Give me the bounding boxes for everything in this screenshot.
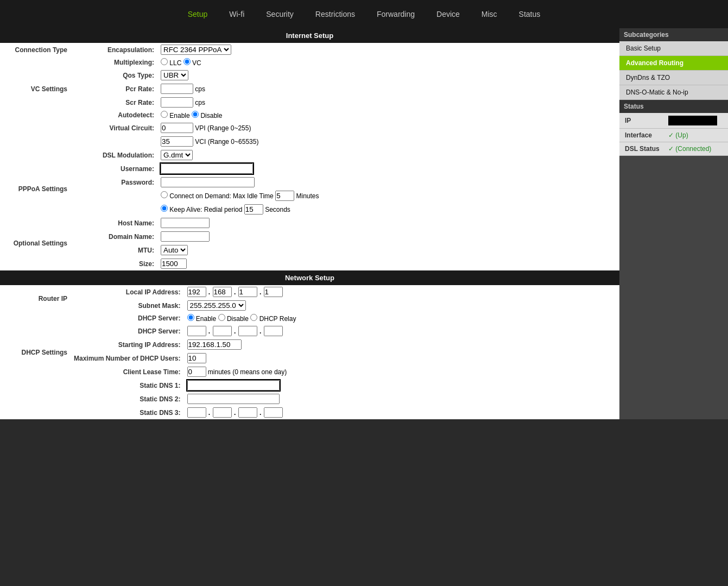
- starting-ip-field: 192.168.1.50: [184, 338, 620, 351]
- dhcp-ip1[interactable]: [187, 326, 206, 336]
- nav-misc[interactable]: Misc: [471, 1, 508, 27]
- qos-select[interactable]: UBR: [161, 70, 188, 80]
- nav-security[interactable]: Security: [255, 1, 305, 27]
- static-dns2-input[interactable]: [187, 394, 280, 404]
- local-ip3[interactable]: 1: [238, 287, 257, 297]
- dns3-ip2[interactable]: [213, 407, 232, 418]
- keep-alive-field: Keep Alive: Redial period 15 Seconds: [157, 203, 619, 216]
- dsl-mod-row: DSL Modulation: G.dmt: [0, 148, 619, 162]
- static-dns1-input[interactable]: [187, 380, 280, 390]
- vci-input[interactable]: 35: [161, 136, 193, 147]
- dns3-ip1[interactable]: [187, 407, 206, 418]
- host-name-field: [157, 216, 619, 230]
- vc-radio[interactable]: [183, 58, 191, 65]
- local-ip4[interactable]: 1: [264, 287, 283, 297]
- domain-name-input[interactable]: [161, 231, 210, 242]
- username-input[interactable]: [161, 163, 253, 174]
- nav-forwarding[interactable]: Forwarding: [366, 1, 426, 27]
- connect-demand-radio[interactable]: [161, 191, 168, 198]
- disable-radio[interactable]: [192, 111, 199, 118]
- llc-label: LLC: [169, 59, 181, 67]
- dhcp-enable-row: DHCP Settings DHCP Server: Enable Disabl…: [0, 312, 619, 324]
- dsl-mod-select[interactable]: G.dmt: [161, 150, 193, 160]
- keep-alive-row: Keep Alive: Redial period 15 Seconds: [0, 203, 619, 216]
- multiplexing-field: LLC VC: [157, 56, 619, 68]
- enable-radio[interactable]: [161, 111, 168, 118]
- status-ip-label: IP: [625, 117, 668, 124]
- sidebar-item-basic-setup[interactable]: Basic Setup: [619, 41, 728, 56]
- internet-setup-header: Internet Setup: [0, 28, 619, 43]
- dsl-mod-label: DSL Modulation:: [71, 148, 157, 162]
- password-input[interactable]: [161, 177, 255, 187]
- llc-radio[interactable]: [161, 58, 168, 65]
- local-ip-field: 192 . 168 . 1 . 1: [184, 285, 620, 299]
- local-ip2[interactable]: 168: [213, 287, 232, 297]
- redial-period-input[interactable]: 15: [244, 204, 263, 215]
- client-lease-label: Client Lease Time:: [71, 365, 184, 379]
- dhcp-disable-radio[interactable]: [218, 314, 225, 321]
- mtu-row: MTU: Auto: [0, 243, 619, 257]
- host-name-label: Host Name:: [71, 216, 157, 230]
- scr-input[interactable]: [161, 97, 193, 108]
- client-lease-input[interactable]: 0: [187, 367, 206, 377]
- optional-settings-label: Optional Settings: [0, 216, 71, 270]
- client-lease-row: Client Lease Time: 0 minutes (0 means on…: [0, 365, 619, 379]
- max-idle-input[interactable]: 5: [275, 191, 294, 201]
- dns3-ip3[interactable]: [238, 407, 257, 418]
- max-dhcp-input[interactable]: 10: [187, 353, 206, 363]
- static-dns2-row: Static DNS 2:: [0, 392, 619, 406]
- sidebar-item-dns-o-matic[interactable]: DNS-O-Matic & No-ip: [619, 85, 728, 100]
- subnet-select[interactable]: 255.255.255.0: [187, 300, 246, 311]
- sidebar-item-advanced-routing[interactable]: Advanced Routing: [619, 56, 728, 71]
- connection-type-label: Connection Type: [0, 43, 71, 56]
- scr-field: cps: [157, 96, 619, 109]
- dhcp-server-label1: DHCP Server:: [71, 312, 184, 324]
- nav-wifi[interactable]: Wi-fi: [218, 1, 255, 27]
- password-row: Password:: [0, 175, 619, 189]
- disable-label: Disable: [200, 112, 222, 119]
- dhcp-server-field: . . .: [184, 324, 620, 338]
- scr-row: Scr Rate: cps: [0, 96, 619, 109]
- pcr-unit: cps: [195, 85, 205, 93]
- nav-status[interactable]: Status: [508, 1, 552, 27]
- vpi-input[interactable]: 0: [161, 123, 193, 133]
- main-wrapper: Internet Setup Connection Type Encapsula…: [0, 28, 728, 419]
- connect-demand-row: Connect on Demand: Max Idle Time 5 Minut…: [0, 189, 619, 203]
- local-ip1[interactable]: 192: [187, 287, 206, 297]
- static-dns1-row: Static DNS 1:: [0, 379, 619, 392]
- encapsulation-select[interactable]: RFC 2364 PPPoA: [161, 45, 231, 55]
- client-lease-note: minutes (0 means one day): [208, 368, 287, 376]
- pcr-input[interactable]: [161, 84, 193, 94]
- dns3-ip4[interactable]: [264, 407, 283, 418]
- nav-device[interactable]: Device: [426, 1, 471, 27]
- encapsulation-label: Encapsulation:: [71, 43, 157, 56]
- minutes-label: Minutes: [296, 192, 319, 200]
- sidebar-item-dyndns[interactable]: DynDns & TZO: [619, 71, 728, 85]
- qos-field: UBR: [157, 68, 619, 82]
- subnet-field: 255.255.255.0: [184, 299, 620, 312]
- status-ip-value: [668, 116, 717, 125]
- dhcp-ip4[interactable]: [264, 326, 283, 336]
- starting-ip-input[interactable]: 192.168.1.50: [187, 339, 242, 350]
- qos-label: Qos Type:: [71, 68, 157, 82]
- dhcp-relay-radio[interactable]: [250, 314, 257, 321]
- vc-settings-label: VC Settings: [0, 56, 71, 121]
- size-label: Size:: [71, 257, 157, 270]
- dhcp-enable-radio[interactable]: [187, 314, 194, 321]
- nav-restrictions[interactable]: Restrictions: [305, 1, 366, 27]
- dhcp-ip3[interactable]: [238, 326, 257, 336]
- dhcp-settings-label: DHCP Settings: [0, 312, 71, 392]
- router-ip-label: Router IP: [0, 285, 71, 312]
- host-name-input[interactable]: [161, 218, 210, 228]
- status-interface-row: Interface ✓ (Up): [619, 129, 728, 142]
- dhcp-enable-field: Enable Disable DHCP Relay: [184, 312, 620, 324]
- vci-row: 35 VCI (Range 0~65535): [0, 135, 619, 148]
- vpi-field: 0 VPI (Range 0~255): [157, 121, 619, 135]
- static-dns2-field: [184, 392, 620, 406]
- nav-setup[interactable]: Setup: [177, 1, 219, 27]
- dhcp-ip2[interactable]: [213, 326, 232, 336]
- dhcp-server-row: DHCP Server: . . .: [0, 324, 619, 338]
- mtu-select[interactable]: Auto: [161, 245, 188, 255]
- keep-alive-radio[interactable]: [161, 205, 168, 212]
- size-input[interactable]: 1500: [161, 259, 187, 269]
